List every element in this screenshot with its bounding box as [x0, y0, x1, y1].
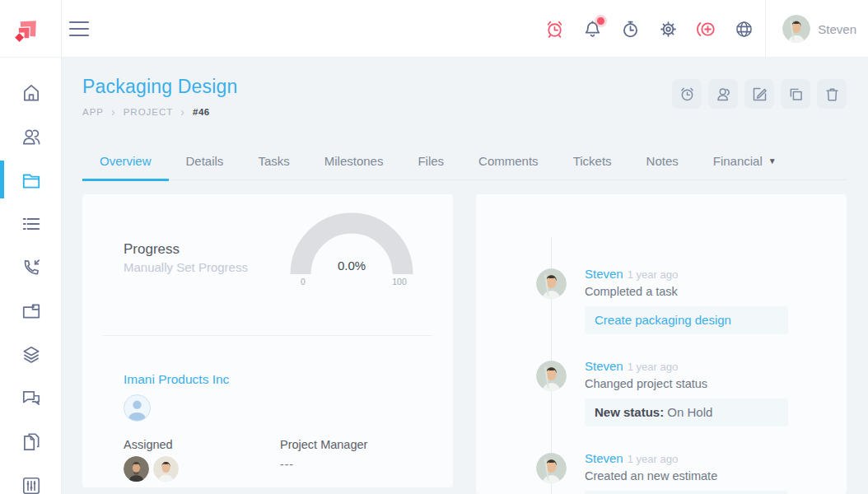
- delete-button[interactable]: [817, 79, 847, 109]
- user-avatar: [782, 15, 810, 43]
- tab-milestones[interactable]: Milestones: [307, 143, 401, 181]
- sidebar-item-tasks[interactable]: [0, 202, 62, 245]
- company-avatar[interactable]: [124, 394, 151, 422]
- breadcrumb-separator-icon: ›: [180, 108, 185, 116]
- sidebar-item-clients[interactable]: [0, 114, 62, 158]
- list-icon: [21, 213, 42, 235]
- reminder-button[interactable]: [672, 79, 702, 109]
- activity-item: Steven1 year ago Completed a task Create…: [476, 267, 847, 334]
- company-link[interactable]: Imani Products Inc: [124, 372, 229, 387]
- sidebar-nav: [0, 58, 62, 494]
- tab-tasks[interactable]: Tasks: [240, 143, 306, 181]
- sidebar-item-preferences[interactable]: [0, 464, 62, 494]
- tab-comments[interactable]: Comments: [461, 143, 556, 181]
- tab-notes[interactable]: Notes: [629, 143, 696, 181]
- project-manager-value: ---: [280, 458, 294, 471]
- activity-timestamp: 1 year ago: [628, 453, 678, 465]
- breadcrumb-separator-icon: ›: [111, 108, 116, 116]
- sidebar-item-projects[interactable]: [0, 158, 62, 202]
- sliders-icon: [21, 475, 42, 494]
- app-window: Steven: [0, 0, 868, 494]
- breadcrumb: APP › PROJECT › #46: [82, 107, 210, 117]
- quick-add-icon[interactable]: [695, 18, 716, 40]
- breadcrumb-item-app[interactable]: APP: [82, 107, 104, 117]
- activity-detail-link[interactable]: Create packaging design: [585, 306, 788, 334]
- assigned-avatar-1[interactable]: [124, 456, 149, 482]
- chat-bubbles-icon: [21, 388, 42, 409]
- alarm-clock-icon[interactable]: [544, 18, 565, 40]
- activity-avatar[interactable]: [536, 361, 567, 391]
- sidebar-toggle-button[interactable]: [69, 20, 91, 38]
- tab-details[interactable]: Details: [169, 143, 241, 181]
- sidebar-item-home[interactable]: [0, 71, 62, 114]
- language-globe-icon[interactable]: [733, 18, 754, 40]
- activity-card: Steven1 year ago Completed a task Create…: [476, 194, 847, 494]
- assigned-avatars: [124, 456, 179, 482]
- sidebar-item-calls[interactable]: [0, 245, 62, 289]
- gauge-min-label: 0: [295, 277, 311, 287]
- assign-user-button[interactable]: [708, 79, 738, 109]
- home-icon: [21, 82, 42, 104]
- activity-item: Steven1 year ago Changed project status …: [476, 359, 847, 426]
- activity-avatar[interactable]: [536, 268, 567, 299]
- documents-icon: [21, 431, 42, 453]
- activity-user-link[interactable]: Steven: [585, 267, 623, 281]
- edit-button[interactable]: [744, 79, 774, 109]
- notification-badge: [597, 17, 604, 25]
- gauge-value: 0.0%: [290, 259, 413, 273]
- assigned-avatar-2[interactable]: [153, 456, 179, 482]
- chevron-down-icon: ▼: [768, 156, 777, 165]
- user-name: Steven: [818, 22, 856, 36]
- sidebar-item-items[interactable]: [0, 333, 62, 376]
- progress-gauge: 0.0% 0 100: [290, 212, 413, 287]
- activity-avatar[interactable]: [536, 453, 567, 483]
- brand-logo-icon: [15, 13, 46, 44]
- app-logo[interactable]: [0, 0, 62, 58]
- user-menu[interactable]: Steven: [782, 0, 856, 58]
- activity-action-text: Created an new estimate: [585, 469, 788, 483]
- project-manager-label: Project Manager: [280, 438, 367, 451]
- activity-user-link[interactable]: Steven: [585, 359, 623, 373]
- breadcrumb-item-project[interactable]: PROJECT: [124, 107, 174, 117]
- progress-subtitle: Manually Set Progress: [124, 260, 248, 274]
- progress-card: Progress Manually Set Progress 0.0% 0 10…: [82, 194, 453, 487]
- status-label: New status:: [595, 405, 664, 419]
- gauge-max-label: 100: [387, 277, 412, 287]
- phone-incoming-icon: [21, 257, 42, 278]
- topbar-divider: [765, 0, 766, 58]
- users-icon: [21, 126, 42, 147]
- project-tabs: Overview Details Tasks Milestones Files …: [82, 143, 847, 180]
- sidebar-item-payments[interactable]: [0, 289, 62, 333]
- activity-user-link[interactable]: Steven: [585, 451, 623, 465]
- status-value: On Hold: [667, 405, 712, 419]
- breadcrumb-item-current: #46: [193, 107, 210, 117]
- tab-financial[interactable]: Financial▼: [696, 143, 794, 181]
- tab-tickets[interactable]: Tickets: [556, 143, 629, 181]
- activity-timestamp: 1 year ago: [628, 361, 678, 373]
- activity-action-text: Changed project status: [585, 377, 788, 391]
- main-content: Packaging Design APP › PROJECT › #46: [62, 58, 868, 494]
- sidebar-item-documents[interactable]: [0, 420, 62, 464]
- sidebar-item-messages[interactable]: [0, 376, 62, 420]
- page-title: Packaging Design: [82, 76, 238, 98]
- activity-action-text: Completed a task: [585, 285, 788, 299]
- project-action-buttons: [672, 79, 847, 109]
- layers-icon: [21, 344, 42, 366]
- activity-detail-status: New status: On Hold: [585, 398, 788, 426]
- tab-files[interactable]: Files: [400, 143, 461, 181]
- timer-icon[interactable]: [619, 18, 641, 40]
- activity-timestamp: 1 year ago: [628, 268, 678, 281]
- activity-detail-box: [585, 491, 788, 494]
- clone-button[interactable]: [781, 79, 810, 109]
- settings-gear-icon[interactable]: [657, 18, 679, 40]
- tab-overview[interactable]: Overview: [82, 143, 169, 181]
- top-bar: Steven: [0, 0, 868, 58]
- progress-title: Progress: [124, 241, 180, 258]
- assigned-label: Assigned: [124, 438, 173, 451]
- activity-item: Steven1 year ago Created an new estimate: [476, 451, 847, 494]
- folder-icon: [21, 170, 42, 191]
- topbar-icon-group: [544, 0, 754, 58]
- notifications-bell-icon[interactable]: [581, 18, 603, 40]
- wallet-icon: [21, 301, 42, 322]
- card-divider: [103, 335, 432, 336]
